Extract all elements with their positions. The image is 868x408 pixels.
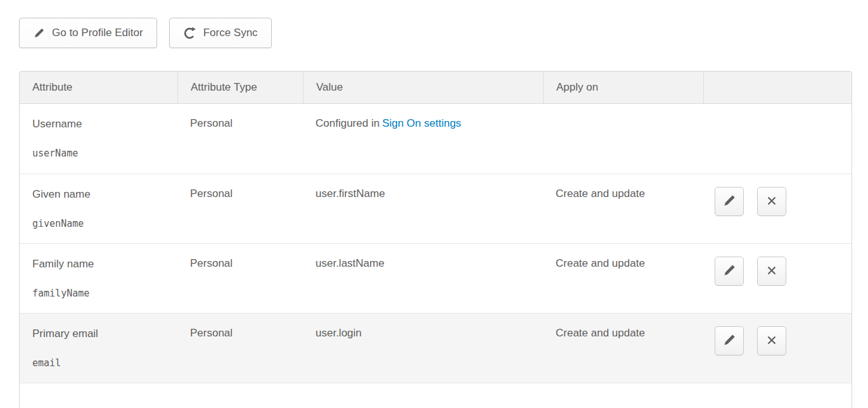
- attribute-cell: Family name familyName: [20, 244, 177, 313]
- column-header-actions: [703, 72, 852, 103]
- attribute-label: Family name: [32, 257, 171, 271]
- attribute-variable-name: email: [32, 357, 171, 369]
- value-cell: user.login: [303, 314, 543, 383]
- empty-table-row: [20, 383, 852, 408]
- table-header-row: Attribute Attribute Type Value Apply on: [20, 72, 852, 104]
- apply-on-cell: [543, 104, 703, 174]
- go-to-profile-editor-label: Go to Profile Editor: [52, 27, 143, 39]
- column-header-value: Value: [303, 72, 543, 103]
- column-header-attribute-type: Attribute Type: [177, 72, 303, 103]
- attribute-cell: Given name givenName: [20, 174, 177, 243]
- table-row: Username userName Personal Configured in…: [20, 104, 852, 174]
- edit-attribute-button[interactable]: [715, 187, 744, 216]
- attribute-cell: Primary email email: [20, 314, 177, 383]
- apply-on-cell: Create and update: [543, 244, 703, 313]
- pencil-icon: [722, 264, 736, 279]
- pencil-icon: [722, 333, 736, 349]
- sign-on-settings-link[interactable]: Sign On settings: [382, 117, 461, 129]
- table-row: Primary email email Personal user.login …: [20, 313, 852, 383]
- actions-cell: [703, 314, 852, 383]
- actions-cell: [703, 244, 852, 313]
- value-text: Configured in: [316, 117, 380, 129]
- edit-attribute-button[interactable]: [715, 326, 744, 355]
- delete-attribute-button[interactable]: [757, 257, 786, 286]
- toolbar: Go to Profile Editor Force Sync: [19, 18, 272, 48]
- edit-attribute-button[interactable]: [715, 257, 744, 286]
- delete-attribute-button[interactable]: [757, 326, 786, 355]
- value-cell: Configured inSign On settings: [303, 104, 543, 174]
- attribute-label: Username: [32, 117, 171, 131]
- actions-cell: [703, 174, 852, 243]
- attribute-type-cell: Personal: [177, 244, 303, 313]
- delete-attribute-button[interactable]: [757, 187, 786, 216]
- force-sync-label: Force Sync: [203, 27, 258, 39]
- refresh-icon: [183, 27, 196, 40]
- attribute-type-cell: Personal: [177, 104, 303, 174]
- column-header-apply-on: Apply on: [543, 72, 703, 103]
- apply-on-cell: Create and update: [543, 314, 703, 383]
- attribute-cell: Username userName: [20, 104, 177, 174]
- go-to-profile-editor-button[interactable]: Go to Profile Editor: [19, 18, 157, 48]
- value-cell: user.firstName: [303, 174, 543, 243]
- table-row: Family name familyName Personal user.las…: [20, 243, 852, 313]
- attribute-label: Primary email: [32, 327, 171, 341]
- attribute-type-cell: Personal: [177, 174, 303, 243]
- column-header-attribute: Attribute: [20, 72, 177, 103]
- apply-on-cell: Create and update: [543, 174, 703, 243]
- attribute-label: Given name: [32, 188, 171, 201]
- force-sync-button[interactable]: Force Sync: [169, 18, 272, 48]
- pencil-icon: [722, 194, 736, 210]
- attribute-variable-name: givenName: [32, 218, 171, 229]
- attribute-mapping-table: Attribute Attribute Type Value Apply on …: [19, 71, 852, 408]
- attribute-variable-name: userName: [32, 148, 171, 159]
- table-row: Given name givenName Personal user.first…: [20, 174, 852, 243]
- value-cell: user.lastName: [303, 244, 543, 313]
- pencil-icon: [33, 27, 45, 39]
- x-icon: [765, 334, 778, 348]
- attribute-type-cell: Personal: [177, 314, 303, 383]
- x-icon: [765, 264, 778, 279]
- attribute-variable-name: familyName: [32, 288, 171, 299]
- x-icon: [765, 194, 778, 209]
- actions-cell: [703, 104, 852, 174]
